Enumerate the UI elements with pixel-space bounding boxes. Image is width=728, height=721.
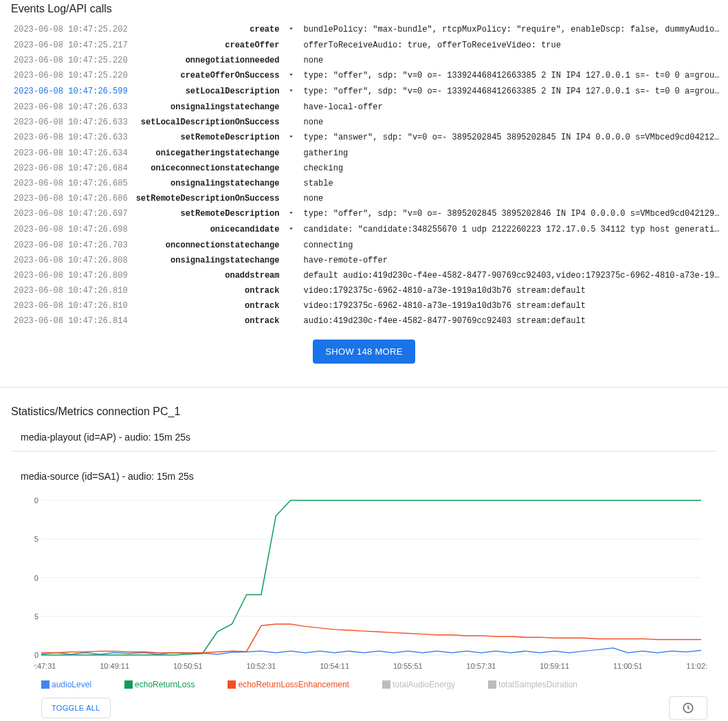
- event-row[interactable]: 2023-06-08 10:47:26.684oniceconnectionst…: [0, 161, 728, 176]
- event-timestamp: 2023-06-08 10:47:26.703: [0, 238, 132, 253]
- event-name: oniceconnectionstatechange: [132, 161, 284, 176]
- events-table: 2023-06-08 10:47:25.202createbundlePolic…: [0, 22, 728, 329]
- line-chart: 0510152010:47:3110:49:1110:50:5110:52:31…: [34, 490, 708, 676]
- legend-label: echoReturnLossEnhancement: [238, 680, 349, 689]
- metric-source-title[interactable]: media-source (id=SA1) - audio: 15m 25s: [0, 471, 728, 490]
- event-name: onnegotiationneeded: [132, 53, 284, 68]
- toggle-all-button[interactable]: TOGGLE ALL: [41, 698, 111, 718]
- event-name: setRemoteDescription: [132, 130, 284, 146]
- event-timestamp: 2023-06-08 10:47:25.220: [0, 68, 132, 84]
- event-row[interactable]: 2023-06-08 10:47:26.686setRemoteDescript…: [0, 191, 728, 206]
- event-row[interactable]: 2023-06-08 10:47:26.599setLocalDescripti…: [0, 84, 728, 100]
- event-detail: gathering: [299, 146, 728, 161]
- expand-arrow-icon: [283, 238, 299, 253]
- event-detail: type: "offer", sdp: "v=0 o=- 13392446841…: [299, 84, 728, 100]
- svg-text:10:50:51: 10:50:51: [173, 662, 203, 670]
- event-detail: bundlePolicy: "max-bundle", rtcpMuxPolic…: [299, 22, 728, 38]
- event-row[interactable]: 2023-06-08 10:47:26.814ontrackaudio:419d…: [0, 313, 728, 329]
- event-row[interactable]: 2023-06-08 10:47:26.633setRemoteDescript…: [0, 130, 728, 146]
- event-detail: video:1792375c-6962-4810-a73e-1919a10d3b…: [299, 298, 728, 313]
- event-timestamp: 2023-06-08 10:47:26.697: [0, 206, 132, 222]
- svg-text:11:02:31: 11:02:31: [687, 662, 708, 670]
- event-detail: video:1792375c-6962-4810-a73e-1919a10d3b…: [299, 283, 728, 298]
- expand-arrow-icon[interactable]: [283, 130, 299, 146]
- legend-label: totalSamplesDuration: [498, 680, 577, 689]
- expand-arrow-icon: [283, 268, 299, 283]
- event-timestamp: 2023-06-08 10:47:26.684: [0, 161, 132, 176]
- event-row[interactable]: 2023-06-08 10:47:25.217createOfferofferT…: [0, 38, 728, 53]
- event-row[interactable]: 2023-06-08 10:47:26.633setLocalDescripti…: [0, 115, 728, 130]
- event-timestamp: 2023-06-08 10:47:26.809: [0, 268, 132, 283]
- event-detail: offerToReceiveAudio: true, offerToReceiv…: [299, 38, 728, 53]
- expand-arrow-icon: [283, 253, 299, 268]
- event-row[interactable]: 2023-06-08 10:47:26.633onsignalingstatec…: [0, 100, 728, 115]
- event-name: onaddstream: [132, 268, 284, 283]
- expand-arrow-icon[interactable]: [283, 206, 299, 222]
- event-row[interactable]: 2023-06-08 10:47:26.809onaddstreamdefaul…: [0, 268, 728, 283]
- time-range-button[interactable]: [669, 696, 707, 720]
- legend-item[interactable]: audioLevel: [41, 680, 91, 689]
- legend-swatch: [41, 680, 49, 689]
- legend-swatch: [124, 680, 133, 689]
- event-name: setLocalDescription: [132, 84, 284, 100]
- event-row[interactable]: 2023-06-08 10:47:26.634onicegatheringsta…: [0, 146, 728, 161]
- event-row[interactable]: 2023-06-08 10:47:26.810ontrackvideo:1792…: [0, 298, 728, 313]
- expand-arrow-icon[interactable]: [283, 84, 299, 100]
- event-name: setRemoteDescriptionOnSuccess: [132, 191, 284, 206]
- event-row[interactable]: 2023-06-08 10:47:26.697setRemoteDescript…: [0, 206, 728, 222]
- expand-arrow-icon[interactable]: [283, 22, 299, 38]
- metric-playout-title[interactable]: media-playout (id=AP) - audio: 15m 25s: [0, 432, 728, 451]
- legend-item[interactable]: echoReturnLoss: [124, 680, 195, 689]
- event-row[interactable]: 2023-06-08 10:47:25.202createbundlePolic…: [0, 22, 728, 38]
- svg-text:10:55:51: 10:55:51: [393, 662, 423, 670]
- svg-text:10:54:11: 10:54:11: [320, 662, 349, 670]
- expand-arrow-icon[interactable]: [283, 222, 299, 238]
- event-row[interactable]: 2023-06-08 10:47:25.220onnegotiationneed…: [0, 53, 728, 68]
- expand-arrow-icon[interactable]: [283, 68, 299, 84]
- expand-arrow-icon: [283, 38, 299, 53]
- event-timestamp: 2023-06-08 10:47:26.814: [0, 313, 132, 329]
- svg-text:10: 10: [34, 574, 38, 582]
- svg-text:11:00:51: 11:00:51: [613, 662, 643, 670]
- event-row[interactable]: 2023-06-08 10:47:26.698onicecandidatecan…: [0, 222, 728, 238]
- event-timestamp: 2023-06-08 10:47:26.633: [0, 115, 132, 130]
- event-name: ontrack: [132, 298, 284, 313]
- legend-label: totalAudioEnergy: [393, 680, 455, 689]
- event-timestamp: 2023-06-08 10:47:26.698: [0, 222, 132, 238]
- event-row[interactable]: 2023-06-08 10:47:25.220createOfferOnSucc…: [0, 68, 728, 84]
- metric-divider: [11, 451, 717, 452]
- legend-label: echoReturnLoss: [135, 680, 195, 689]
- expand-arrow-icon: [283, 283, 299, 298]
- legend-item[interactable]: totalAudioEnergy: [382, 680, 455, 689]
- expand-arrow-icon: [283, 100, 299, 115]
- event-detail: audio:419d230c-f4ee-4582-8477-90769cc924…: [299, 313, 728, 329]
- event-row[interactable]: 2023-06-08 10:47:26.685onsignalingstatec…: [0, 176, 728, 191]
- event-timestamp: 2023-06-08 10:47:26.599: [0, 84, 132, 100]
- event-timestamp: 2023-06-08 10:47:26.634: [0, 146, 132, 161]
- event-name: createOfferOnSuccess: [132, 68, 284, 84]
- event-name: onicegatheringstatechange: [132, 146, 284, 161]
- show-more-button[interactable]: SHOW 148 MORE: [313, 340, 415, 364]
- svg-text:10:47:31: 10:47:31: [34, 662, 56, 670]
- expand-arrow-icon: [283, 313, 299, 329]
- svg-text:10:52:31: 10:52:31: [247, 662, 276, 670]
- event-timestamp: 2023-06-08 10:47:25.220: [0, 53, 132, 68]
- event-detail: type: "offer", sdp: "v=0 o=- 13392446841…: [299, 68, 728, 84]
- legend-item[interactable]: totalSamplesDuration: [488, 680, 577, 689]
- event-timestamp: 2023-06-08 10:47:26.810: [0, 283, 132, 298]
- svg-text:10:59:11: 10:59:11: [540, 662, 569, 670]
- expand-arrow-icon: [283, 115, 299, 130]
- legend-item[interactable]: echoReturnLossEnhancement: [228, 680, 349, 689]
- event-row[interactable]: 2023-06-08 10:47:26.808onsignalingstatec…: [0, 253, 728, 268]
- stats-header: Statistics/Metrics connection PC_1: [0, 400, 728, 432]
- event-name: onsignalingstatechange: [132, 253, 284, 268]
- expand-arrow-icon: [283, 53, 299, 68]
- legend-swatch: [382, 680, 390, 689]
- legend-swatch: [228, 680, 236, 689]
- section-divider: [0, 387, 728, 388]
- event-name: createOffer: [132, 38, 284, 53]
- event-name: ontrack: [132, 313, 284, 329]
- event-row[interactable]: 2023-06-08 10:47:26.703onconnectionstate…: [0, 238, 728, 253]
- event-detail: candidate: "candidate:348255670 1 udp 21…: [299, 222, 728, 238]
- event-row[interactable]: 2023-06-08 10:47:26.810ontrackvideo:1792…: [0, 283, 728, 298]
